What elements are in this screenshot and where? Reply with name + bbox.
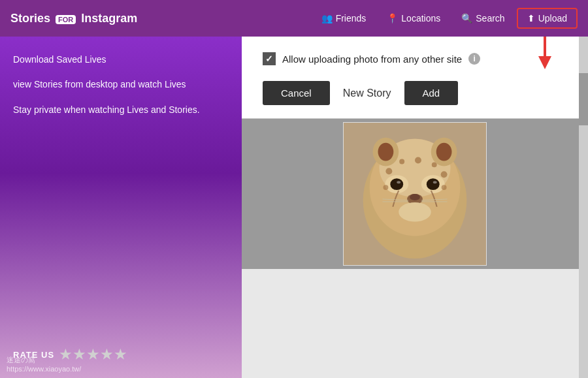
allow-upload-checkbox[interactable]: ✓ [263,52,276,65]
logo-for-badge: FOR [56,15,76,24]
content-area: ✓ Allow uploading photo from any other s… [242,37,588,378]
cheetah-image [343,122,487,266]
nav-friends[interactable]: 👥 Friends [312,8,376,29]
svg-point-18 [383,185,388,190]
image-area [242,119,588,269]
cheetah-svg [344,123,486,265]
svg-point-13 [385,168,392,174]
watermark-line2: https://www.xiaoyao.tw/ [7,365,81,373]
star-3[interactable]: ★ [87,347,99,362]
cancel-button[interactable]: Cancel [263,81,330,105]
app-logo: Stories FOR Instagram [10,12,312,25]
nav-locations[interactable]: 📍 Locations [378,8,449,29]
watermark: 迷途の窩 https://www.xiaoyao.tw/ [7,355,81,373]
svg-point-11 [410,194,420,200]
sidebar-line3: Stay private when watching Lives and Sto… [13,102,229,117]
scrollbar[interactable] [579,37,588,378]
svg-point-15 [415,157,421,164]
add-button[interactable]: Add [404,81,459,105]
nav-upload[interactable]: ⬆ Upload [517,8,578,29]
friends-icon: 👥 [321,13,333,24]
sidebar-line1: Download Saved Lives [13,52,229,67]
location-icon: 📍 [387,13,398,24]
logo-stories: Stories [10,12,50,25]
svg-point-9 [433,181,437,183]
search-icon: 🔍 [461,13,472,24]
header-nav: 👥 Friends 📍 Locations 🔍 Search ⬆ Upload [312,8,578,29]
nav-friends-label: Friends [336,13,367,24]
check-mark-icon: ✓ [265,54,273,64]
star-5[interactable]: ★ [114,347,127,362]
logo-instagram: Instagram [81,12,137,25]
svg-point-12 [399,202,431,222]
svg-point-8 [397,181,400,183]
star-4[interactable]: ★ [101,347,113,362]
svg-point-7 [427,178,440,190]
nav-locations-label: Locations [401,13,440,24]
svg-point-17 [441,171,448,178]
new-story-button[interactable]: New Story [343,87,391,99]
nav-search[interactable]: 🔍 Search [452,8,514,29]
svg-point-26 [378,143,394,161]
nav-upload-label: Upload [538,13,567,24]
checkbox-row: ✓ Allow uploading photo from any other s… [263,52,567,65]
svg-point-27 [436,143,452,161]
sidebar: Download Saved Lives view Stories from d… [0,37,242,378]
button-row: Cancel New Story Add [263,81,567,105]
sidebar-line2: view Stories from desktop and watch Live… [13,77,229,91]
svg-point-14 [399,159,404,164]
svg-point-19 [442,185,447,190]
nav-search-label: Search [476,13,504,24]
scrollbar-thumb[interactable] [579,73,588,125]
checkbox-label: Allow uploading photo from any other sit… [282,54,462,65]
upload-panel: ✓ Allow uploading photo from any other s… [242,37,588,119]
watermark-line1: 迷途の窩 [7,355,81,365]
main-area: Download Saved Lives view Stories from d… [0,37,588,378]
svg-point-6 [390,178,403,190]
header: Stories FOR Instagram 👥 Friends 📍 Locati… [0,0,588,37]
sidebar-content: Download Saved Lives view Stories from d… [13,52,229,127]
upload-icon: ⬆ [527,13,535,24]
info-icon[interactable]: i [468,53,480,65]
